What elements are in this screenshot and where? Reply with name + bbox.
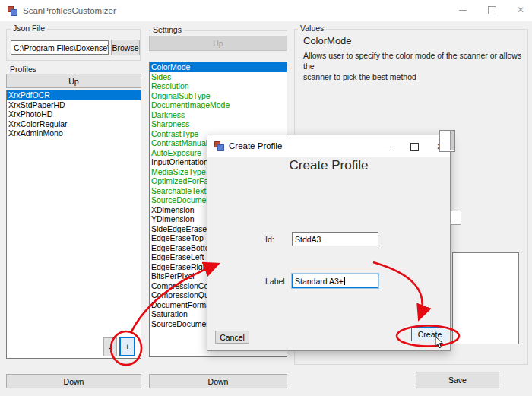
settings-label: Settings	[150, 25, 184, 34]
app-icon	[8, 6, 17, 16]
minimize-icon[interactable]	[450, 0, 476, 20]
dialog-minimize-icon[interactable]	[374, 137, 400, 157]
id-field-label: Id:	[265, 235, 274, 244]
app-window: ScanProfilesCustomizer ✕ Json File C:\Pr…	[0, 0, 532, 396]
setting-item[interactable]: ColorMode	[150, 62, 287, 72]
label-field-label: Label	[265, 277, 285, 286]
setting-item[interactable]: Resolution	[150, 81, 287, 91]
profile-item[interactable]: XrxAdminMono	[7, 128, 141, 138]
window-title: ScanProfilesCustomizer	[23, 6, 116, 15]
dialog-heading: Create Profile	[207, 158, 450, 173]
scrollbar-icon	[450, 131, 454, 150]
cancel-button[interactable]: Cancel	[215, 331, 249, 344]
setting-item[interactable]: OriginalSubType	[150, 91, 287, 101]
dialog-titlebar: Create Profile ✕	[207, 135, 450, 157]
label-input[interactable]: Standard A3+	[292, 274, 378, 288]
profiles-up-button[interactable]: Up	[6, 74, 141, 88]
setting-item[interactable]: Sides	[150, 72, 287, 82]
close-icon[interactable]: ✕	[508, 0, 532, 20]
browse-button[interactable]: Browse	[111, 40, 140, 55]
dialog-title: Create Profile	[229, 141, 282, 150]
id-input-value: StddA3	[295, 235, 321, 244]
json-file-path-input[interactable]: C:\Program Files\Doxense\Watchdoc	[11, 40, 109, 55]
add-profile-button[interactable]: +	[119, 337, 135, 356]
profiles-down-button[interactable]: Down	[6, 374, 141, 388]
json-file-path-value: C:\Program Files\Doxense\Watchdoc	[14, 43, 109, 52]
values-control-peek	[450, 211, 461, 225]
values-setting-description: Allows user to specify the color mode of…	[303, 50, 528, 82]
id-input[interactable]: StddA3	[292, 232, 378, 246]
profile-item[interactable]: XrxPhotoHD	[7, 109, 141, 119]
setting-item[interactable]: Sharpness	[150, 119, 287, 129]
dialog-app-icon	[214, 141, 224, 151]
profile-item[interactable]: XrxStdPaperHD	[7, 100, 141, 110]
save-button[interactable]: Save	[416, 372, 499, 388]
settings-down-button[interactable]: Down	[149, 374, 287, 388]
profile-item[interactable]: XrxColorRegular	[7, 119, 141, 129]
dialog-maximize-icon[interactable]	[401, 137, 427, 157]
maximize-icon[interactable]	[479, 0, 505, 20]
text-caret	[344, 277, 345, 285]
values-group-label: Values	[298, 24, 326, 33]
settings-up-button[interactable]: Up	[149, 36, 287, 51]
values-dropdown-peek	[439, 130, 455, 152]
remove-profile-button[interactable]: -	[103, 337, 117, 356]
values-setting-heading: ColorMode	[303, 35, 352, 46]
main-titlebar: ScanProfilesCustomizer ✕	[0, 0, 532, 21]
profiles-label: Profiles	[8, 65, 39, 74]
create-profile-dialog: Create Profile ✕ Create Profile Id: Stdd…	[207, 135, 451, 351]
setting-item[interactable]: Darkness	[150, 110, 287, 120]
create-button[interactable]: Create	[411, 327, 448, 341]
json-file-group-label: Json File	[11, 24, 47, 33]
values-options-listbox[interactable]	[452, 252, 519, 344]
setting-item[interactable]: DocumentImageMode	[150, 100, 287, 110]
profile-item[interactable]: XrxPdfOCR	[7, 90, 141, 100]
profiles-listbox[interactable]: XrxPdfOCRXrxStdPaperHDXrxPhotoHDXrxColor…	[6, 90, 141, 359]
label-input-value: Standard A3+	[295, 277, 344, 286]
